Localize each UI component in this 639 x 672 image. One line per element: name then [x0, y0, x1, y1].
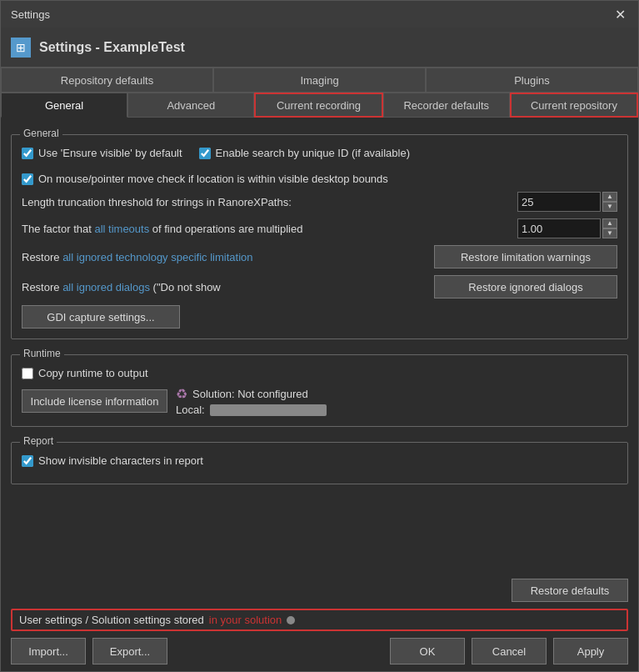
general-group-label: General: [20, 128, 62, 139]
spin1-control: 25 ▲ ▼: [517, 192, 617, 212]
spin2-label-part2: of find operations are multiplied: [149, 223, 302, 235]
ok-btn[interactable]: OK: [390, 638, 465, 664]
tab-recorder-defaults[interactable]: Recorder defaults: [383, 93, 510, 118]
solution-line: ♻ Solution: Not configured: [176, 386, 327, 402]
dialogs-label-blue: all ignored dialogs: [62, 281, 150, 293]
copy-runtime-checkbox[interactable]: [22, 368, 33, 379]
spin2-buttons: ▲ ▼: [602, 218, 617, 238]
mouse-pointer-row: On mouse/pointer move check if location …: [22, 173, 617, 185]
app-icon: ⊞: [16, 41, 26, 54]
use-ensure-visible-checkbox[interactable]: [22, 148, 33, 159]
bottom-tabs: General Advanced Current recording Recor…: [1, 93, 638, 118]
local-label: Local:: [176, 404, 205, 416]
spin1-buttons: ▲ ▼: [602, 192, 617, 212]
gdi-capture-btn[interactable]: GDI capture settings...: [22, 305, 180, 328]
tab-general[interactable]: General: [1, 93, 127, 118]
spin2-down[interactable]: ▼: [602, 228, 617, 238]
restore-dialogs-row: Restore all ignored dialogs ("Do not sho…: [22, 275, 617, 298]
mouse-pointer-label: On mouse/pointer move check if location …: [38, 173, 388, 185]
export-btn[interactable]: Export...: [92, 638, 167, 664]
tab-plugins[interactable]: Plugins: [426, 68, 638, 93]
spin1-down[interactable]: ▼: [602, 202, 617, 212]
spin1-row: Length truncation threshold for strings …: [22, 192, 617, 212]
dialogs-label-part1: Restore: [22, 281, 62, 293]
local-bar: [210, 404, 327, 416]
restore-defaults-row: Restore defaults: [11, 579, 628, 602]
dialogs-label-part2: ("Do not show: [150, 281, 221, 293]
report-group-label: Report: [20, 435, 57, 447]
use-ensure-visible-row: Use 'Ensure visible' by default: [22, 147, 182, 159]
spin2-label: The factor that all timeouts of find ope…: [22, 223, 517, 235]
show-invisible-checkbox[interactable]: [22, 455, 33, 467]
runtime-group: Runtime Copy runtime to output Include l…: [11, 354, 628, 427]
mouse-pointer-checkbox[interactable]: [22, 173, 33, 185]
action-btns: OK Cancel Apply: [390, 638, 628, 664]
settings-window: Settings ✕ ⊞ Settings - ExampleTest Repo…: [0, 0, 639, 672]
runtime-info-row: Include license information ♻ Solution: …: [22, 386, 617, 416]
restore-label-part1: Restore: [22, 251, 62, 263]
spin2-input[interactable]: 1.00: [517, 218, 601, 238]
restore-limitation-row: Restore all ignored technology specific …: [22, 245, 617, 268]
show-invisible-row: Show invisible characters in report: [22, 454, 617, 467]
content-area: General Use 'Ensure visible' by default …: [1, 118, 638, 572]
tab-current-recording[interactable]: Current recording: [254, 93, 382, 118]
import-export-row: Import... Export... OK Cancel Apply: [1, 638, 638, 671]
general-group: General Use 'Ensure visible' by default …: [11, 134, 628, 339]
restore-limitation-label: Restore all ignored technology specific …: [22, 251, 434, 263]
import-export-btns: Import... Export...: [11, 638, 167, 664]
local-line: Local:: [176, 404, 327, 416]
tab-imaging[interactable]: Imaging: [213, 68, 426, 93]
enable-search-checkbox[interactable]: [199, 148, 211, 159]
status-dot: [287, 616, 295, 624]
top-tabs: Repository defaults Imaging Plugins: [1, 68, 638, 93]
restore-limitation-btn[interactable]: Restore limitation warnings: [434, 245, 617, 268]
status-bar: User settings / Solution settings stored…: [11, 609, 628, 631]
import-btn[interactable]: Import...: [11, 638, 86, 664]
status-text: User settings / Solution settings stored: [19, 614, 204, 626]
restore-dialogs-btn[interactable]: Restore ignored dialogs: [434, 275, 617, 298]
title-bar: Settings ✕: [1, 1, 638, 28]
spin2-control: 1.00 ▲ ▼: [517, 218, 617, 238]
solution-icon: ♻: [176, 386, 187, 402]
restore-label-blue: all ignored technology specific limitati…: [62, 251, 252, 263]
close-button[interactable]: ✕: [608, 5, 632, 23]
spin1-up[interactable]: ▲: [602, 192, 617, 202]
copy-runtime-label: Copy runtime to output: [38, 367, 148, 379]
copy-runtime-row: Copy runtime to output: [22, 367, 617, 379]
window-title: Settings: [11, 8, 50, 21]
spin2-label-part1: The factor that: [22, 223, 94, 235]
spin1-label: Length truncation threshold for strings …: [22, 196, 517, 208]
spin2-up[interactable]: ▲: [602, 218, 617, 228]
enable-search-label: Enable search by unique ID (if available…: [216, 147, 410, 159]
report-group: Report Show invisible characters in repo…: [11, 442, 628, 484]
restore-defaults-btn[interactable]: Restore defaults: [512, 579, 628, 602]
spin2-label-blue: all timeouts: [94, 223, 149, 235]
tab-current-repository[interactable]: Current repository: [510, 93, 638, 118]
solution-info: ♻ Solution: Not configured Local:: [176, 386, 327, 416]
apply-btn[interactable]: Apply: [553, 638, 628, 664]
footer-area: Restore defaults User settings / Solutio…: [1, 572, 638, 638]
tab-repository-defaults[interactable]: Repository defaults: [1, 68, 213, 93]
include-license-btn[interactable]: Include license information: [22, 389, 167, 413]
runtime-group-label: Runtime: [20, 348, 64, 359]
restore-dialogs-label: Restore all ignored dialogs ("Do not sho…: [22, 281, 434, 293]
tab-advanced[interactable]: Advanced: [127, 93, 254, 118]
spin1-input[interactable]: 25: [517, 192, 601, 212]
use-ensure-visible-label: Use 'Ensure visible' by default: [38, 147, 182, 159]
header-title: Settings - ExampleTest: [39, 40, 185, 55]
status-red: in your solution: [209, 614, 282, 626]
cancel-btn[interactable]: Cancel: [472, 638, 547, 664]
solution-label: Solution: Not configured: [192, 388, 308, 400]
header-icon: ⊞: [11, 38, 31, 58]
spin2-row: The factor that all timeouts of find ope…: [22, 218, 617, 238]
header-bar: ⊞ Settings - ExampleTest: [1, 28, 638, 68]
show-invisible-label: Show invisible characters in report: [38, 454, 203, 467]
enable-search-row: Enable search by unique ID (if available…: [199, 147, 410, 159]
